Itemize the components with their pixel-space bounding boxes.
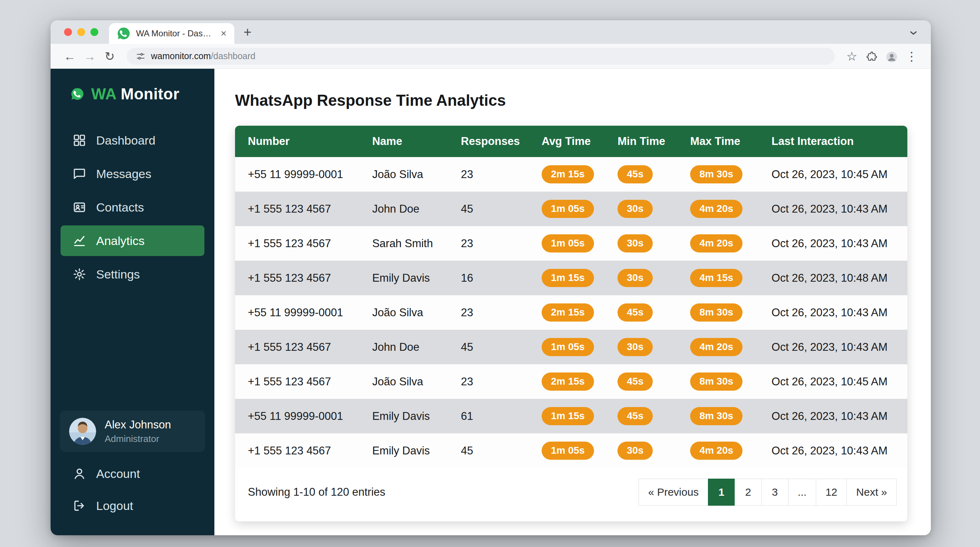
table-header-row: NumberNameResponsesAvg TimeMin TimeMax T… <box>235 126 907 157</box>
min-time-badge: 30s <box>617 200 653 218</box>
table-row: +1 555 123 4567Emily Davis451m 05s30s4m … <box>235 433 907 468</box>
contacts-card-icon <box>73 200 86 214</box>
close-tab-icon[interactable]: × <box>221 29 226 38</box>
tab-title: WA Monitor - Dashboard <box>136 29 215 38</box>
cell-last-interaction: Oct 26, 2023, 10:43 AM <box>772 192 907 226</box>
previous-page-button[interactable]: « Previous <box>638 479 708 506</box>
cell-min-time: 45s <box>617 295 690 330</box>
avg-time-badge: 1m 05s <box>542 234 594 253</box>
back-icon[interactable]: ← <box>60 50 80 62</box>
sidebar-item-settings[interactable]: Settings <box>60 259 204 289</box>
sidebar-nav: DashboardMessagesContactsAnalyticsSettin… <box>51 125 215 289</box>
column-header-avg-time: Avg Time <box>542 126 617 157</box>
url-path: /dashboard <box>211 51 255 61</box>
analytics-chart-icon <box>73 234 86 248</box>
pagination: « Previous123...12Next » <box>639 479 897 506</box>
min-time-badge: 30s <box>617 442 653 460</box>
max-time-badge: 4m 20s <box>690 338 743 356</box>
avg-time-badge: 2m 15s <box>542 165 594 183</box>
page-3-button[interactable]: 3 <box>761 479 788 506</box>
reload-icon[interactable]: ↻ <box>100 50 120 62</box>
page-12-button[interactable]: 12 <box>816 479 847 506</box>
cell-avg-time: 2m 15s <box>542 295 617 330</box>
settings-gear-icon <box>73 267 86 281</box>
sidebar-item-analytics[interactable]: Analytics <box>60 226 204 256</box>
cell-responses: 45 <box>461 192 542 226</box>
cell-number: +1 555 123 4567 <box>235 226 372 261</box>
min-time-badge: 30s <box>617 338 653 356</box>
sidebar-spacer <box>51 289 215 410</box>
user-card[interactable]: Alex Johnson Administrator <box>60 410 205 452</box>
cell-last-interaction: Oct 26, 2023, 10:45 AM <box>772 157 907 192</box>
cell-max-time: 4m 20s <box>690 330 771 364</box>
page-2-button[interactable]: 2 <box>735 479 762 506</box>
cell-avg-time: 1m 05s <box>542 192 617 226</box>
cell-min-time: 30s <box>617 261 690 295</box>
cell-last-interaction: Oct 26, 2023, 10:43 AM <box>772 226 907 261</box>
table-body: +55 11 99999-0001João Silva232m 15s45s8m… <box>235 157 907 468</box>
max-time-badge: 4m 15s <box>690 269 743 287</box>
cell-responses: 61 <box>461 399 542 433</box>
extensions-puzzle-icon[interactable] <box>862 49 882 62</box>
chevron-down-icon[interactable] <box>908 27 919 40</box>
table-row: +1 555 123 4567João Silva232m 15s45s8m 3… <box>235 364 907 399</box>
sidebar-item-messages[interactable]: Messages <box>60 159 204 189</box>
user-avatar <box>69 418 96 445</box>
cell-min-time: 45s <box>617 399 690 433</box>
column-header-last-interaction: Last Interaction <box>772 126 907 157</box>
site-settings-icon[interactable] <box>136 52 145 61</box>
cell-max-time: 8m 30s <box>690 364 771 399</box>
minimize-window-button[interactable] <box>77 28 85 36</box>
forward-icon[interactable]: → <box>80 50 100 62</box>
cell-avg-time: 1m 05s <box>542 330 617 364</box>
sidebar-item-account[interactable]: Account <box>60 458 204 489</box>
cell-max-time: 4m 20s <box>690 433 771 468</box>
cell-avg-time: 1m 05s <box>542 433 617 468</box>
page-1-button[interactable]: 1 <box>708 479 735 506</box>
cell-responses: 23 <box>461 226 542 261</box>
menu-dots-icon[interactable]: ⋮ <box>902 50 921 62</box>
app-title: WA Monitor <box>91 85 180 103</box>
sidebar-item-logout[interactable]: Logout <box>60 490 204 521</box>
cell-number: +1 555 123 4567 <box>235 261 372 295</box>
zoom-window-button[interactable] <box>91 28 98 36</box>
app-area: WA Monitor DashboardMessagesContactsAnal… <box>51 69 931 535</box>
logo-monitor: Monitor <box>121 85 180 103</box>
table-row: +55 11 99999-0001Emily Davis611m 15s45s8… <box>235 399 907 433</box>
table-row: +1 555 123 4567Sarah Smith231m 05s30s4m … <box>235 226 907 261</box>
cell-min-time: 45s <box>617 364 690 399</box>
cell-min-time: 30s <box>617 192 690 226</box>
profile-avatar-icon[interactable] <box>882 49 902 62</box>
cell-max-time: 8m 30s <box>690 157 771 192</box>
close-window-button[interactable] <box>64 28 72 36</box>
whatsapp-favicon-icon <box>117 27 130 40</box>
cell-name: John Doe <box>372 330 461 364</box>
min-time-badge: 30s <box>617 234 653 253</box>
sidebar-item-label: Messages <box>96 167 151 181</box>
cell-name: João Silva <box>372 364 461 399</box>
sidebar-item-contacts[interactable]: Contacts <box>60 192 204 223</box>
browser-toolbar: ← → ↻ wamonitor.com/dashboard ☆ ⋮ <box>51 44 931 69</box>
sidebar-bottom-nav: Account Logout <box>51 458 215 521</box>
browser-window: WA Monitor - Dashboard × + ← → ↻ wamonit… <box>51 20 931 535</box>
main-content: WhatsApp Response Time Analytics NumberN… <box>215 69 931 535</box>
sidebar-item-label: Logout <box>96 499 133 513</box>
cell-name: João Silva <box>372 157 461 192</box>
next-page-button[interactable]: Next » <box>846 479 897 506</box>
cell-avg-time: 1m 05s <box>542 226 617 261</box>
cell-avg-time: 1m 15s <box>542 399 617 433</box>
cell-max-time: 8m 30s <box>690 295 771 330</box>
new-tab-button[interactable]: + <box>243 25 251 39</box>
cell-last-interaction: Oct 26, 2023, 10:43 AM <box>772 399 907 433</box>
max-time-badge: 4m 20s <box>690 442 743 460</box>
avg-time-badge: 2m 15s <box>542 304 594 321</box>
browser-tab[interactable]: WA Monitor - Dashboard × <box>109 23 234 44</box>
sidebar-item-label: Settings <box>96 267 140 281</box>
dashboard-grid-icon <box>73 134 86 147</box>
column-header-responses: Responses <box>461 126 542 157</box>
url-bar[interactable]: wamonitor.com/dashboard <box>127 48 835 65</box>
bookmark-star-icon[interactable]: ☆ <box>842 50 862 62</box>
cell-max-time: 4m 15s <box>690 261 771 295</box>
cell-last-interaction: Oct 26, 2023, 10:43 AM <box>772 433 907 468</box>
sidebar-item-dashboard[interactable]: Dashboard <box>60 125 204 156</box>
